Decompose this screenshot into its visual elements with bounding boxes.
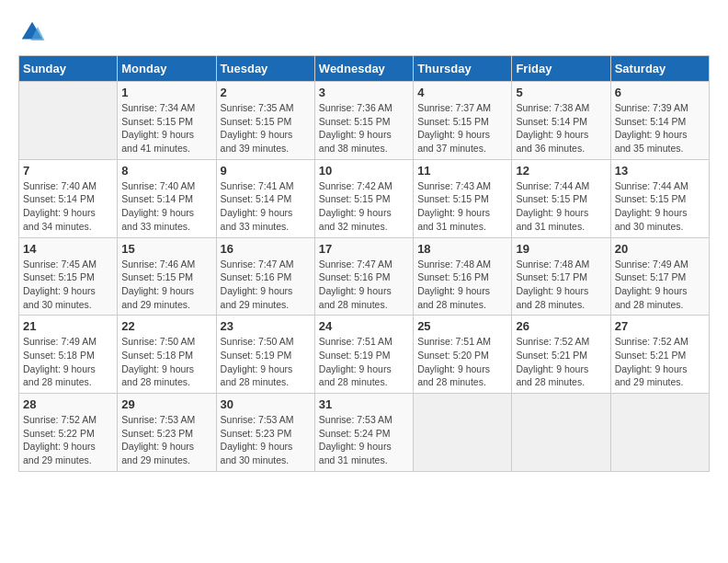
day-cell: 17Sunrise: 7:47 AM Sunset: 5:16 PM Dayli… [314, 237, 413, 316]
day-info: Sunrise: 7:51 AM Sunset: 5:20 PM Dayligh… [417, 335, 507, 389]
page-header [18, 18, 710, 46]
day-number: 14 [23, 242, 113, 256]
day-cell: 3Sunrise: 7:36 AM Sunset: 5:15 PM Daylig… [314, 82, 413, 160]
day-number: 16 [221, 242, 311, 256]
day-cell: 30Sunrise: 7:53 AM Sunset: 5:23 PM Dayli… [216, 394, 314, 472]
day-number: 1 [121, 86, 211, 99]
day-number: 12 [516, 164, 606, 178]
day-info: Sunrise: 7:53 AM Sunset: 5:23 PM Dayligh… [221, 413, 311, 467]
day-cell: 31Sunrise: 7:53 AM Sunset: 5:24 PM Dayli… [314, 394, 413, 472]
day-cell: 14Sunrise: 7:45 AM Sunset: 5:15 PM Dayli… [19, 237, 118, 316]
day-number: 8 [121, 164, 211, 178]
day-number: 10 [319, 164, 409, 178]
day-info: Sunrise: 7:53 AM Sunset: 5:24 PM Dayligh… [319, 413, 409, 467]
header-row: SundayMondayTuesdayWednesdayThursdayFrid… [19, 56, 710, 82]
day-cell: 4Sunrise: 7:37 AM Sunset: 5:15 PM Daylig… [414, 82, 512, 160]
day-cell: 1Sunrise: 7:34 AM Sunset: 5:15 PM Daylig… [118, 82, 216, 160]
week-row-3: 14Sunrise: 7:45 AM Sunset: 5:15 PM Dayli… [19, 237, 710, 316]
header-wednesday: Wednesday [314, 56, 413, 82]
day-info: Sunrise: 7:49 AM Sunset: 5:17 PM Dayligh… [615, 258, 705, 312]
day-info: Sunrise: 7:36 AM Sunset: 5:15 PM Dayligh… [319, 101, 409, 155]
day-cell: 26Sunrise: 7:52 AM Sunset: 5:21 PM Dayli… [512, 316, 610, 394]
day-info: Sunrise: 7:52 AM Sunset: 5:21 PM Dayligh… [516, 335, 606, 389]
day-info: Sunrise: 7:38 AM Sunset: 5:14 PM Dayligh… [516, 101, 606, 155]
day-info: Sunrise: 7:47 AM Sunset: 5:16 PM Dayligh… [221, 258, 311, 312]
day-info: Sunrise: 7:37 AM Sunset: 5:15 PM Dayligh… [417, 101, 507, 155]
day-number: 4 [417, 86, 507, 99]
day-cell: 11Sunrise: 7:43 AM Sunset: 5:15 PM Dayli… [414, 159, 512, 237]
day-number: 15 [121, 242, 211, 256]
day-cell: 15Sunrise: 7:46 AM Sunset: 5:15 PM Dayli… [118, 237, 216, 316]
logo-icon [18, 18, 46, 46]
day-cell: 7Sunrise: 7:40 AM Sunset: 5:14 PM Daylig… [19, 159, 118, 237]
day-info: Sunrise: 7:44 AM Sunset: 5:15 PM Dayligh… [516, 179, 606, 234]
day-info: Sunrise: 7:40 AM Sunset: 5:14 PM Dayligh… [121, 179, 211, 234]
day-number: 25 [417, 319, 507, 333]
day-info: Sunrise: 7:41 AM Sunset: 5:14 PM Dayligh… [221, 179, 311, 234]
day-info: Sunrise: 7:42 AM Sunset: 5:15 PM Dayligh… [319, 179, 409, 234]
day-number: 26 [516, 319, 606, 333]
day-cell: 22Sunrise: 7:50 AM Sunset: 5:18 PM Dayli… [118, 316, 216, 394]
day-cell: 27Sunrise: 7:52 AM Sunset: 5:21 PM Dayli… [610, 316, 709, 394]
week-row-4: 21Sunrise: 7:49 AM Sunset: 5:18 PM Dayli… [19, 316, 710, 394]
header-saturday: Saturday [610, 56, 709, 82]
day-number: 19 [516, 242, 606, 256]
day-info: Sunrise: 7:51 AM Sunset: 5:19 PM Dayligh… [319, 335, 409, 389]
day-cell: 10Sunrise: 7:42 AM Sunset: 5:15 PM Dayli… [314, 159, 413, 237]
day-number: 17 [319, 242, 409, 256]
day-number: 28 [23, 397, 113, 411]
day-number: 5 [516, 86, 606, 99]
day-number: 20 [615, 242, 705, 256]
day-number: 18 [417, 242, 507, 256]
day-cell: 29Sunrise: 7:53 AM Sunset: 5:23 PM Dayli… [118, 394, 216, 472]
day-number: 13 [615, 164, 705, 178]
day-cell: 24Sunrise: 7:51 AM Sunset: 5:19 PM Dayli… [314, 316, 413, 394]
day-cell: 5Sunrise: 7:38 AM Sunset: 5:14 PM Daylig… [512, 82, 610, 160]
header-tuesday: Tuesday [216, 56, 314, 82]
day-info: Sunrise: 7:52 AM Sunset: 5:21 PM Dayligh… [615, 335, 705, 389]
day-info: Sunrise: 7:48 AM Sunset: 5:17 PM Dayligh… [516, 258, 606, 312]
day-number: 21 [23, 319, 113, 333]
day-cell [512, 394, 610, 472]
day-cell [19, 82, 118, 160]
header-sunday: Sunday [19, 56, 118, 82]
day-info: Sunrise: 7:39 AM Sunset: 5:14 PM Dayligh… [615, 101, 705, 155]
header-monday: Monday [118, 56, 216, 82]
day-number: 31 [319, 397, 409, 411]
day-cell: 12Sunrise: 7:44 AM Sunset: 5:15 PM Dayli… [512, 159, 610, 237]
day-info: Sunrise: 7:48 AM Sunset: 5:16 PM Dayligh… [417, 258, 507, 312]
day-number: 27 [615, 319, 705, 333]
day-info: Sunrise: 7:50 AM Sunset: 5:18 PM Dayligh… [121, 335, 211, 389]
day-number: 30 [221, 397, 311, 411]
day-number: 2 [221, 86, 311, 99]
day-info: Sunrise: 7:35 AM Sunset: 5:15 PM Dayligh… [221, 101, 311, 155]
calendar-table: SundayMondayTuesdayWednesdayThursdayFrid… [18, 55, 710, 472]
day-cell: 20Sunrise: 7:49 AM Sunset: 5:17 PM Dayli… [610, 237, 709, 316]
day-info: Sunrise: 7:44 AM Sunset: 5:15 PM Dayligh… [615, 179, 705, 234]
day-cell: 19Sunrise: 7:48 AM Sunset: 5:17 PM Dayli… [512, 237, 610, 316]
day-number: 29 [121, 397, 211, 411]
day-cell: 28Sunrise: 7:52 AM Sunset: 5:22 PM Dayli… [19, 394, 118, 472]
day-cell: 18Sunrise: 7:48 AM Sunset: 5:16 PM Dayli… [414, 237, 512, 316]
day-info: Sunrise: 7:47 AM Sunset: 5:16 PM Dayligh… [319, 258, 409, 312]
day-info: Sunrise: 7:34 AM Sunset: 5:15 PM Dayligh… [121, 101, 211, 155]
header-thursday: Thursday [414, 56, 512, 82]
day-info: Sunrise: 7:50 AM Sunset: 5:19 PM Dayligh… [221, 335, 311, 389]
day-number: 7 [23, 164, 113, 178]
week-row-5: 28Sunrise: 7:52 AM Sunset: 5:22 PM Dayli… [19, 394, 710, 472]
day-info: Sunrise: 7:52 AM Sunset: 5:22 PM Dayligh… [23, 413, 113, 467]
day-info: Sunrise: 7:45 AM Sunset: 5:15 PM Dayligh… [23, 258, 113, 312]
day-cell [414, 394, 512, 472]
day-number: 23 [221, 319, 311, 333]
day-cell: 23Sunrise: 7:50 AM Sunset: 5:19 PM Dayli… [216, 316, 314, 394]
day-info: Sunrise: 7:49 AM Sunset: 5:18 PM Dayligh… [23, 335, 113, 389]
day-info: Sunrise: 7:40 AM Sunset: 5:14 PM Dayligh… [23, 179, 113, 234]
day-number: 11 [417, 164, 507, 178]
day-info: Sunrise: 7:46 AM Sunset: 5:15 PM Dayligh… [121, 258, 211, 312]
day-info: Sunrise: 7:43 AM Sunset: 5:15 PM Dayligh… [417, 179, 507, 234]
header-friday: Friday [512, 56, 610, 82]
day-cell [610, 394, 709, 472]
week-row-2: 7Sunrise: 7:40 AM Sunset: 5:14 PM Daylig… [19, 159, 710, 237]
day-number: 9 [221, 164, 311, 178]
day-cell: 13Sunrise: 7:44 AM Sunset: 5:15 PM Dayli… [610, 159, 709, 237]
